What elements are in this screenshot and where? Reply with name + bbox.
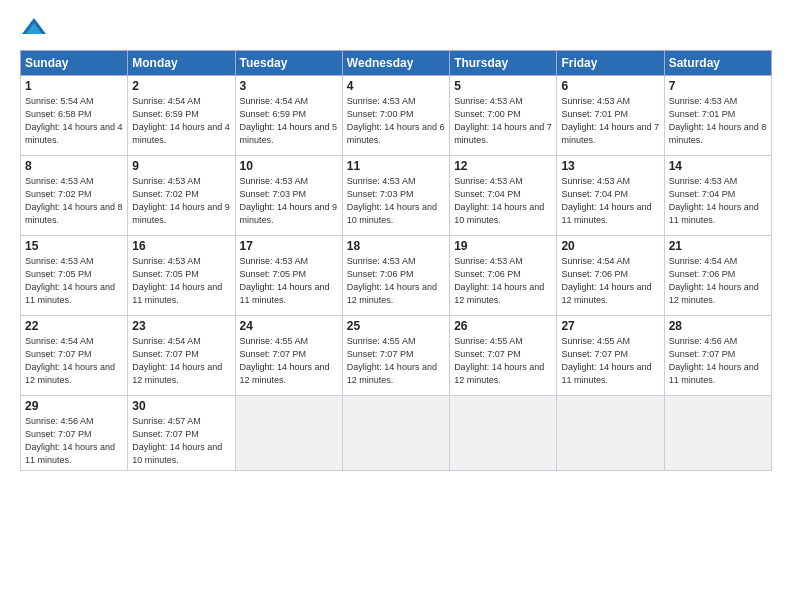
day-number: 10 xyxy=(240,159,338,173)
calendar-cell: 6 Sunrise: 4:53 AMSunset: 7:01 PMDayligh… xyxy=(557,76,664,156)
cell-content: Sunrise: 4:53 AMSunset: 7:05 PMDaylight:… xyxy=(25,256,115,305)
calendar-day-header: Friday xyxy=(557,51,664,76)
cell-content: Sunrise: 4:57 AMSunset: 7:07 PMDaylight:… xyxy=(132,416,222,465)
cell-content: Sunrise: 4:55 AMSunset: 7:07 PMDaylight:… xyxy=(454,336,544,385)
calendar-table: SundayMondayTuesdayWednesdayThursdayFrid… xyxy=(20,50,772,471)
cell-content: Sunrise: 4:54 AMSunset: 7:06 PMDaylight:… xyxy=(561,256,651,305)
calendar-cell: 10 Sunrise: 4:53 AMSunset: 7:03 PMDaylig… xyxy=(235,156,342,236)
calendar-cell: 26 Sunrise: 4:55 AMSunset: 7:07 PMDaylig… xyxy=(450,316,557,396)
cell-content: Sunrise: 4:53 AMSunset: 7:03 PMDaylight:… xyxy=(347,176,437,225)
calendar-day-header: Tuesday xyxy=(235,51,342,76)
calendar-cell: 15 Sunrise: 4:53 AMSunset: 7:05 PMDaylig… xyxy=(21,236,128,316)
cell-content: Sunrise: 4:53 AMSunset: 7:02 PMDaylight:… xyxy=(25,176,123,225)
day-number: 15 xyxy=(25,239,123,253)
calendar-cell: 1 Sunrise: 5:54 AMSunset: 6:58 PMDayligh… xyxy=(21,76,128,156)
calendar-cell: 4 Sunrise: 4:53 AMSunset: 7:00 PMDayligh… xyxy=(342,76,449,156)
day-number: 21 xyxy=(669,239,767,253)
day-number: 2 xyxy=(132,79,230,93)
calendar-cell: 18 Sunrise: 4:53 AMSunset: 7:06 PMDaylig… xyxy=(342,236,449,316)
calendar-cell: 7 Sunrise: 4:53 AMSunset: 7:01 PMDayligh… xyxy=(664,76,771,156)
calendar-cell: 11 Sunrise: 4:53 AMSunset: 7:03 PMDaylig… xyxy=(342,156,449,236)
day-number: 17 xyxy=(240,239,338,253)
cell-content: Sunrise: 4:54 AMSunset: 6:59 PMDaylight:… xyxy=(240,96,338,145)
cell-content: Sunrise: 4:53 AMSunset: 7:01 PMDaylight:… xyxy=(561,96,659,145)
day-number: 4 xyxy=(347,79,445,93)
page: SundayMondayTuesdayWednesdayThursdayFrid… xyxy=(0,0,792,612)
calendar-cell: 29 Sunrise: 4:56 AMSunset: 7:07 PMDaylig… xyxy=(21,396,128,471)
cell-content: Sunrise: 4:54 AMSunset: 6:59 PMDaylight:… xyxy=(132,96,230,145)
day-number: 27 xyxy=(561,319,659,333)
day-number: 29 xyxy=(25,399,123,413)
cell-content: Sunrise: 4:53 AMSunset: 7:02 PMDaylight:… xyxy=(132,176,230,225)
day-number: 30 xyxy=(132,399,230,413)
cell-content: Sunrise: 4:56 AMSunset: 7:07 PMDaylight:… xyxy=(25,416,115,465)
cell-content: Sunrise: 4:53 AMSunset: 7:01 PMDaylight:… xyxy=(669,96,767,145)
calendar-cell xyxy=(557,396,664,471)
calendar-cell: 2 Sunrise: 4:54 AMSunset: 6:59 PMDayligh… xyxy=(128,76,235,156)
calendar-header-row: SundayMondayTuesdayWednesdayThursdayFrid… xyxy=(21,51,772,76)
day-number: 8 xyxy=(25,159,123,173)
cell-content: Sunrise: 4:54 AMSunset: 7:07 PMDaylight:… xyxy=(25,336,115,385)
calendar-cell: 25 Sunrise: 4:55 AMSunset: 7:07 PMDaylig… xyxy=(342,316,449,396)
calendar-day-header: Thursday xyxy=(450,51,557,76)
calendar-cell xyxy=(664,396,771,471)
cell-content: Sunrise: 4:53 AMSunset: 7:00 PMDaylight:… xyxy=(454,96,552,145)
calendar-cell: 30 Sunrise: 4:57 AMSunset: 7:07 PMDaylig… xyxy=(128,396,235,471)
day-number: 16 xyxy=(132,239,230,253)
cell-content: Sunrise: 4:54 AMSunset: 7:06 PMDaylight:… xyxy=(669,256,759,305)
day-number: 11 xyxy=(347,159,445,173)
calendar-cell: 13 Sunrise: 4:53 AMSunset: 7:04 PMDaylig… xyxy=(557,156,664,236)
cell-content: Sunrise: 4:53 AMSunset: 7:05 PMDaylight:… xyxy=(132,256,222,305)
calendar-cell: 8 Sunrise: 4:53 AMSunset: 7:02 PMDayligh… xyxy=(21,156,128,236)
day-number: 7 xyxy=(669,79,767,93)
cell-content: Sunrise: 4:56 AMSunset: 7:07 PMDaylight:… xyxy=(669,336,759,385)
cell-content: Sunrise: 5:54 AMSunset: 6:58 PMDaylight:… xyxy=(25,96,123,145)
calendar-day-header: Sunday xyxy=(21,51,128,76)
day-number: 28 xyxy=(669,319,767,333)
calendar-cell: 5 Sunrise: 4:53 AMSunset: 7:00 PMDayligh… xyxy=(450,76,557,156)
day-number: 26 xyxy=(454,319,552,333)
calendar-cell: 9 Sunrise: 4:53 AMSunset: 7:02 PMDayligh… xyxy=(128,156,235,236)
calendar-cell: 28 Sunrise: 4:56 AMSunset: 7:07 PMDaylig… xyxy=(664,316,771,396)
day-number: 24 xyxy=(240,319,338,333)
day-number: 12 xyxy=(454,159,552,173)
calendar-week-row: 22 Sunrise: 4:54 AMSunset: 7:07 PMDaylig… xyxy=(21,316,772,396)
calendar-week-row: 1 Sunrise: 5:54 AMSunset: 6:58 PMDayligh… xyxy=(21,76,772,156)
day-number: 18 xyxy=(347,239,445,253)
calendar-cell: 27 Sunrise: 4:55 AMSunset: 7:07 PMDaylig… xyxy=(557,316,664,396)
calendar-cell: 3 Sunrise: 4:54 AMSunset: 6:59 PMDayligh… xyxy=(235,76,342,156)
cell-content: Sunrise: 4:55 AMSunset: 7:07 PMDaylight:… xyxy=(347,336,437,385)
calendar-cell xyxy=(235,396,342,471)
cell-content: Sunrise: 4:55 AMSunset: 7:07 PMDaylight:… xyxy=(240,336,330,385)
cell-content: Sunrise: 4:53 AMSunset: 7:00 PMDaylight:… xyxy=(347,96,445,145)
day-number: 19 xyxy=(454,239,552,253)
cell-content: Sunrise: 4:53 AMSunset: 7:04 PMDaylight:… xyxy=(561,176,651,225)
day-number: 14 xyxy=(669,159,767,173)
calendar-week-row: 29 Sunrise: 4:56 AMSunset: 7:07 PMDaylig… xyxy=(21,396,772,471)
cell-content: Sunrise: 4:53 AMSunset: 7:05 PMDaylight:… xyxy=(240,256,330,305)
day-number: 25 xyxy=(347,319,445,333)
calendar-cell: 12 Sunrise: 4:53 AMSunset: 7:04 PMDaylig… xyxy=(450,156,557,236)
day-number: 1 xyxy=(25,79,123,93)
day-number: 22 xyxy=(25,319,123,333)
calendar-cell: 19 Sunrise: 4:53 AMSunset: 7:06 PMDaylig… xyxy=(450,236,557,316)
cell-content: Sunrise: 4:53 AMSunset: 7:04 PMDaylight:… xyxy=(454,176,544,225)
calendar-cell: 21 Sunrise: 4:54 AMSunset: 7:06 PMDaylig… xyxy=(664,236,771,316)
calendar-week-row: 15 Sunrise: 4:53 AMSunset: 7:05 PMDaylig… xyxy=(21,236,772,316)
logo-icon xyxy=(20,16,48,38)
calendar-cell: 16 Sunrise: 4:53 AMSunset: 7:05 PMDaylig… xyxy=(128,236,235,316)
calendar-cell: 22 Sunrise: 4:54 AMSunset: 7:07 PMDaylig… xyxy=(21,316,128,396)
calendar-cell xyxy=(342,396,449,471)
cell-content: Sunrise: 4:55 AMSunset: 7:07 PMDaylight:… xyxy=(561,336,651,385)
calendar-cell: 20 Sunrise: 4:54 AMSunset: 7:06 PMDaylig… xyxy=(557,236,664,316)
calendar-cell xyxy=(450,396,557,471)
cell-content: Sunrise: 4:53 AMSunset: 7:03 PMDaylight:… xyxy=(240,176,338,225)
calendar-cell: 17 Sunrise: 4:53 AMSunset: 7:05 PMDaylig… xyxy=(235,236,342,316)
calendar-week-row: 8 Sunrise: 4:53 AMSunset: 7:02 PMDayligh… xyxy=(21,156,772,236)
day-number: 3 xyxy=(240,79,338,93)
day-number: 9 xyxy=(132,159,230,173)
calendar-cell: 24 Sunrise: 4:55 AMSunset: 7:07 PMDaylig… xyxy=(235,316,342,396)
calendar-cell: 23 Sunrise: 4:54 AMSunset: 7:07 PMDaylig… xyxy=(128,316,235,396)
calendar-day-header: Monday xyxy=(128,51,235,76)
day-number: 13 xyxy=(561,159,659,173)
